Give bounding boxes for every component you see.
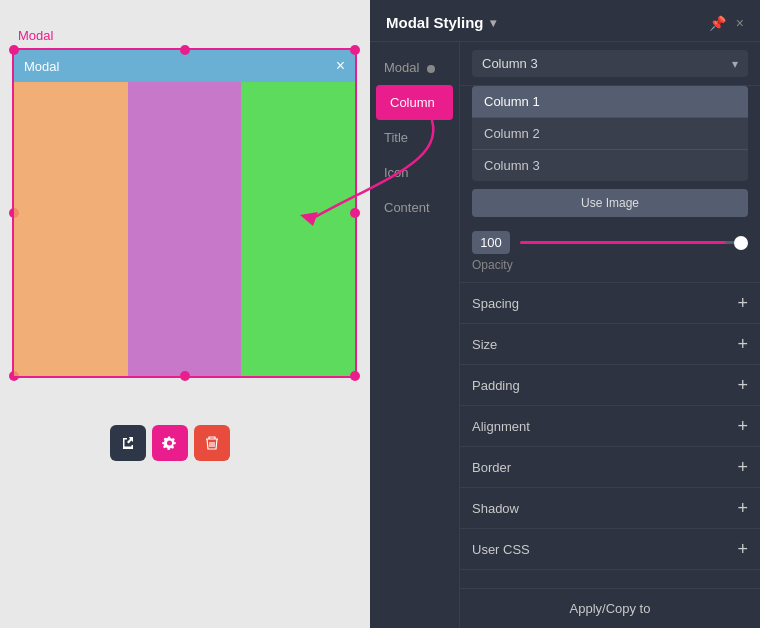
- opacity-value: 100: [472, 231, 510, 254]
- prop-size-plus[interactable]: +: [737, 335, 748, 353]
- nav-item-column[interactable]: Column: [376, 85, 453, 120]
- modal-outer-label: Modal: [18, 28, 53, 43]
- panel-header-icons: 📌 ×: [709, 15, 744, 31]
- prop-alignment-label: Alignment: [472, 419, 530, 434]
- open-icon: [120, 435, 136, 451]
- prop-alignment[interactable]: Alignment +: [460, 406, 760, 447]
- prop-padding-plus[interactable]: +: [737, 376, 748, 394]
- panel-title: Modal Styling ▾: [386, 14, 496, 31]
- prop-user-css-label: User CSS: [472, 542, 530, 557]
- prop-spacing-label: Spacing: [472, 296, 519, 311]
- col-option-1[interactable]: Column 1: [472, 86, 748, 118]
- open-button[interactable]: [110, 425, 146, 461]
- modal-col-1: [14, 82, 128, 376]
- pin-icon[interactable]: 📌: [709, 15, 726, 31]
- prop-spacing-plus[interactable]: +: [737, 294, 748, 312]
- column-dropdown[interactable]: Column 3 Column 1 Column 2: [472, 50, 748, 77]
- nav-item-modal[interactable]: Modal: [370, 50, 459, 85]
- handle-mr: [350, 208, 360, 218]
- col-option-2[interactable]: Column 2: [472, 118, 748, 150]
- prop-spacing[interactable]: Spacing +: [460, 283, 760, 324]
- handle-tl: [9, 45, 19, 55]
- modal-window: Modal ×: [12, 48, 357, 378]
- opacity-label: Opacity: [472, 258, 748, 272]
- prop-size[interactable]: Size +: [460, 324, 760, 365]
- modal-close-icon[interactable]: ×: [336, 58, 345, 74]
- right-panel: Modal Styling ▾ 📌 × Modal Column Title I…: [370, 0, 760, 628]
- modal-col-2: [128, 82, 242, 376]
- modal-info-dot: [427, 65, 435, 73]
- selector-row: Column 3 Column 1 Column 2: [460, 42, 760, 86]
- apply-copy-button[interactable]: Apply/Copy to: [460, 588, 760, 628]
- col-option-3[interactable]: Column 3: [472, 150, 748, 181]
- use-image-button[interactable]: Use Image: [472, 189, 748, 217]
- prop-alignment-plus[interactable]: +: [737, 417, 748, 435]
- handle-bm: [180, 371, 190, 381]
- column-options-list: Column 1 Column 2 Column 3: [472, 86, 748, 181]
- trash-icon: [205, 435, 219, 451]
- prop-shadow[interactable]: Shadow +: [460, 488, 760, 529]
- prop-shadow-plus[interactable]: +: [737, 499, 748, 517]
- opacity-controls: 100: [472, 231, 748, 254]
- panel-nav: Modal Column Title Icon Content: [370, 42, 460, 628]
- prop-border-label: Border: [472, 460, 511, 475]
- modal-title-text: Modal: [24, 59, 59, 74]
- column-dropdown-wrapper: Column 3 Column 1 Column 2: [472, 50, 748, 77]
- canvas-area: Modal Modal ×: [0, 0, 390, 628]
- handle-br: [350, 371, 360, 381]
- prop-padding-label: Padding: [472, 378, 520, 393]
- nav-item-icon[interactable]: Icon: [370, 155, 459, 190]
- opacity-row: 100 Opacity: [460, 225, 760, 283]
- prop-user-css-plus[interactable]: +: [737, 540, 748, 558]
- opacity-slider[interactable]: [520, 241, 748, 244]
- panel-header: Modal Styling ▾ 📌 ×: [370, 0, 760, 42]
- gear-icon: [162, 435, 178, 451]
- nav-item-content[interactable]: Content: [370, 190, 459, 225]
- prop-shadow-label: Shadow: [472, 501, 519, 516]
- prop-border[interactable]: Border +: [460, 447, 760, 488]
- handle-tr: [350, 45, 360, 55]
- prop-border-plus[interactable]: +: [737, 458, 748, 476]
- modal-toolbar: [110, 425, 230, 461]
- nav-item-title[interactable]: Title: [370, 120, 459, 155]
- panel-title-text: Modal Styling: [386, 14, 484, 31]
- modal-col-3: [241, 82, 355, 376]
- settings-button[interactable]: [152, 425, 188, 461]
- panel-body: Modal Column Title Icon Content Column 3…: [370, 42, 760, 628]
- close-panel-icon[interactable]: ×: [736, 15, 744, 31]
- prop-user-css[interactable]: User CSS +: [460, 529, 760, 570]
- handle-tm: [180, 45, 190, 55]
- modal-body: [14, 82, 355, 376]
- properties-list: Spacing + Size + Padding + Alignment + B…: [460, 283, 760, 570]
- prop-size-label: Size: [472, 337, 497, 352]
- prop-padding[interactable]: Padding +: [460, 365, 760, 406]
- delete-button[interactable]: [194, 425, 230, 461]
- panel-main: Column 3 Column 1 Column 2 Column 1 Colu…: [460, 42, 760, 628]
- panel-title-chevron[interactable]: ▾: [490, 16, 496, 30]
